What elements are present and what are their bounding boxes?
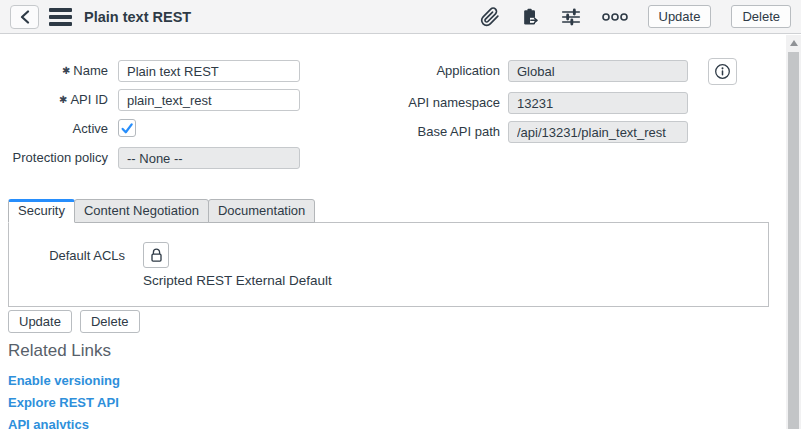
header-actions: Update Delete — [480, 5, 792, 28]
header-delete-button[interactable]: Delete — [731, 5, 791, 28]
security-tab-panel: Default ACLs Scripted REST External Defa… — [8, 222, 769, 307]
form-fields: ✱Name ✱API ID Active Protection pol — [8, 60, 737, 176]
protection-policy-field-row: Protection policy — [8, 147, 300, 169]
api-namespace-input — [508, 92, 688, 114]
form-footer-buttons: Update Delete — [8, 310, 140, 333]
application-label: Application — [388, 60, 500, 78]
related-links-heading: Related Links — [8, 341, 120, 361]
scrollbar-thumb[interactable] — [788, 52, 799, 429]
header-update-button[interactable]: Update — [648, 5, 712, 28]
tab-strip: Security Content Negotiation Documentati… — [8, 199, 769, 223]
base-api-path-label: Base API path — [388, 121, 500, 139]
form-tabs-section: Security Content Negotiation Documentati… — [8, 199, 769, 307]
vertical-scrollbar — [786, 35, 801, 429]
checkmark-icon — [120, 122, 134, 135]
link-enable-versioning[interactable]: Enable versioning — [8, 373, 120, 388]
record-form-screen: Plain text REST — [0, 0, 801, 429]
required-icon: ✱ — [59, 94, 67, 105]
lock-icon — [149, 247, 164, 263]
protection-policy-input — [118, 147, 300, 169]
tab-security[interactable]: Security — [8, 199, 75, 223]
required-icon: ✱ — [62, 65, 70, 76]
api-namespace-label: API namespace — [388, 92, 500, 110]
active-label: Active — [8, 118, 108, 136]
chevron-left-icon — [19, 10, 31, 24]
footer-delete-button[interactable]: Delete — [80, 310, 140, 333]
protection-policy-label: Protection policy — [8, 147, 108, 165]
api-id-field-row: ✱API ID — [8, 89, 300, 111]
application-field-row: Application — [388, 60, 737, 85]
name-field-row: ✱Name — [8, 60, 300, 82]
personalize-form-sliders-icon[interactable] — [560, 7, 582, 27]
back-button[interactable] — [10, 5, 39, 29]
api-namespace-field-row: API namespace — [388, 92, 737, 114]
default-acls-row: Default ACLs Scripted REST External Defa… — [9, 223, 768, 288]
record-title: Plain text REST — [84, 9, 191, 25]
scrollbar-up-arrow[interactable] — [786, 35, 801, 51]
acl-lock-button[interactable] — [143, 242, 169, 268]
link-explore-rest-api[interactable]: Explore REST API — [8, 395, 120, 410]
link-api-analytics[interactable]: API analytics — [8, 417, 120, 429]
info-icon — [714, 63, 731, 80]
more-options-icon[interactable] — [602, 12, 628, 22]
api-id-input[interactable] — [118, 89, 300, 111]
acl-value-text: Scripted REST External Default — [143, 273, 332, 288]
active-checkbox[interactable] — [118, 119, 136, 137]
related-links-section: Related Links Enable versioning Explore … — [8, 341, 120, 429]
application-input — [508, 60, 688, 82]
default-acls-label: Default ACLs — [47, 242, 125, 288]
attachment-paperclip-icon[interactable] — [480, 7, 500, 27]
copy-record-icon[interactable] — [520, 7, 540, 27]
name-label: ✱Name — [8, 60, 108, 79]
tab-content-negotiation[interactable]: Content Negotiation — [74, 199, 209, 223]
base-api-path-input — [508, 121, 688, 143]
tab-documentation[interactable]: Documentation — [208, 199, 315, 223]
application-info-button[interactable] — [708, 58, 737, 85]
api-id-label: ✱API ID — [8, 89, 108, 108]
form-header: Plain text REST — [0, 0, 801, 34]
active-field-row: Active — [8, 118, 300, 140]
base-api-path-field-row: Base API path — [388, 121, 737, 143]
context-menu-icon[interactable] — [49, 6, 72, 28]
footer-update-button[interactable]: Update — [8, 310, 72, 333]
name-input[interactable] — [118, 60, 300, 82]
